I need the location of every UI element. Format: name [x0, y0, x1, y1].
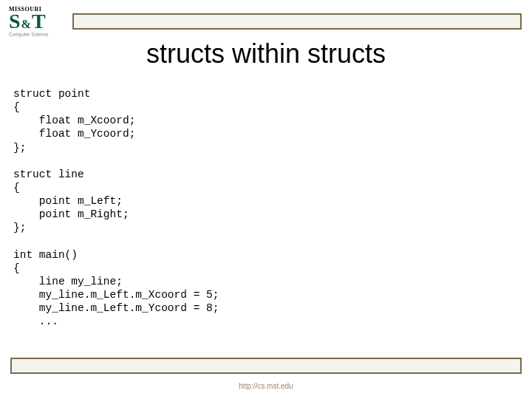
slide-title: structs within structs: [0, 38, 532, 69]
footer-url: http://cs.mst.edu: [0, 382, 532, 390]
logo-ampersand: &: [21, 18, 31, 31]
logo-letter-s: S: [9, 11, 21, 32]
bottom-decorative-bar: [10, 358, 522, 374]
logo-letter-t: T: [32, 11, 46, 32]
code-block: struct point { float m_Xcoord; float m_Y…: [13, 87, 219, 328]
logo: MISSOURI S & T Computer Science: [9, 6, 66, 37]
top-decorative-bar: [72, 13, 522, 30]
logo-main: S & T: [9, 11, 66, 32]
logo-department: Computer Science: [9, 32, 66, 37]
